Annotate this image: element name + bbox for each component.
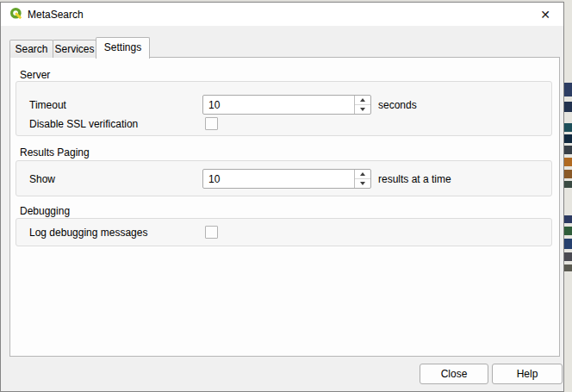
window-title: MetaSearch bbox=[28, 9, 84, 21]
background-speck bbox=[564, 264, 572, 271]
settings-tab-page: Server Timeout seconds Disable SSL verif… bbox=[9, 57, 560, 357]
results-paging-group-frame: Show results at a time bbox=[16, 160, 552, 196]
timeout-input[interactable] bbox=[203, 96, 353, 114]
close-icon[interactable]: ✕ bbox=[531, 3, 560, 26]
close-button[interactable]: Close bbox=[420, 364, 488, 384]
tab-services[interactable]: Services bbox=[53, 40, 96, 58]
timeout-spinbox bbox=[202, 95, 371, 115]
background-speck bbox=[564, 123, 572, 132]
server-group-label: Server bbox=[20, 69, 50, 81]
show-spinbox bbox=[202, 169, 371, 189]
timeout-spin-down-icon[interactable] bbox=[355, 105, 370, 114]
background-app-strip bbox=[563, 0, 572, 392]
title-bar: MetaSearch ✕ bbox=[1, 3, 563, 26]
qgis-logo-icon bbox=[9, 7, 23, 21]
background-speck bbox=[564, 102, 572, 112]
background-speck bbox=[564, 83, 572, 96]
metasearch-dialog: MetaSearch ✕ Search Services Settings Se… bbox=[0, 2, 564, 392]
show-spin-down-icon[interactable] bbox=[355, 179, 370, 188]
timeout-suffix-label: seconds bbox=[378, 99, 417, 111]
log-debugging-checkbox[interactable] bbox=[205, 226, 218, 239]
tab-settings[interactable]: Settings bbox=[96, 37, 150, 59]
debugging-group-label: Debugging bbox=[20, 205, 70, 217]
log-debugging-label: Log debugging messages bbox=[29, 227, 147, 239]
background-speck bbox=[564, 181, 572, 188]
timeout-spin-up-icon[interactable] bbox=[355, 96, 370, 105]
screen: { "window": { "title": "MetaSearch", "cl… bbox=[0, 0, 572, 392]
show-label: Show bbox=[29, 173, 55, 185]
help-button[interactable]: Help bbox=[492, 364, 563, 384]
debugging-group-frame: Log debugging messages bbox=[16, 218, 552, 246]
timeout-spin-buttons bbox=[354, 96, 370, 114]
server-group-frame: Timeout seconds Disable SSL verification bbox=[16, 81, 552, 136]
background-speck bbox=[564, 158, 572, 166]
tab-search[interactable]: Search bbox=[9, 40, 53, 58]
background-speck bbox=[564, 170, 572, 178]
ssl-verification-checkbox[interactable] bbox=[205, 117, 218, 130]
background-speck bbox=[564, 134, 572, 143]
background-speck bbox=[564, 215, 572, 223]
show-spin-buttons bbox=[354, 170, 370, 188]
ssl-verification-label: Disable SSL verification bbox=[29, 118, 138, 130]
background-speck bbox=[564, 227, 572, 235]
show-suffix-label: results at a time bbox=[378, 173, 451, 185]
background-speck bbox=[564, 252, 572, 261]
show-spin-up-icon[interactable] bbox=[355, 170, 370, 179]
background-speck bbox=[564, 239, 572, 249]
show-input[interactable] bbox=[203, 170, 353, 188]
results-paging-group-label: Results Paging bbox=[20, 146, 90, 159]
background-speck bbox=[564, 146, 572, 154]
timeout-label: Timeout bbox=[29, 99, 66, 111]
